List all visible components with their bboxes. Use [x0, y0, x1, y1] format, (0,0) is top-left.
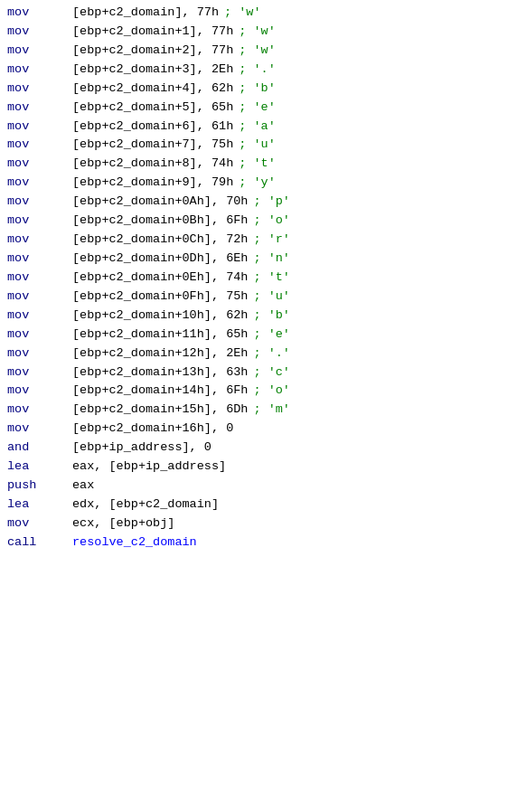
code-line: mov[ebp+c2_domain+12h], 2Eh; '.' — [0, 345, 517, 364]
operands: [ebp+c2_domain], 77h — [72, 4, 219, 23]
mnemonic: mov — [7, 269, 72, 288]
code-line: mov[ebp+c2_domain+11h], 65h; 'e' — [0, 326, 517, 345]
comment: ; 'y' — [239, 174, 276, 193]
comment: ; 'u' — [239, 136, 276, 155]
mnemonic: mov — [7, 364, 72, 382]
comment: ; 'w' — [224, 4, 261, 23]
comment: ; 'm' — [253, 401, 290, 420]
code-container: mov[ebp+c2_domain], 77h; 'w'mov[ebp+c2_d… — [0, 0, 517, 556]
comment: ; 'p' — [253, 193, 290, 212]
code-line: mov[ebp+c2_domain+16h], 0 — [0, 420, 517, 439]
code-line: mov[ebp+c2_domain+14h], 6Fh; 'o' — [0, 382, 517, 401]
mnemonic: mov — [7, 23, 72, 42]
mnemonic: mov — [7, 193, 72, 212]
code-line: mov[ebp+c2_domain+8], 74h; 't' — [0, 155, 517, 174]
comment: ; '.' — [239, 61, 276, 80]
comment: ; 'b' — [253, 307, 290, 326]
code-line: mov[ebp+c2_domain+9], 79h; 'y' — [0, 174, 517, 193]
comment: ; 'e' — [239, 99, 276, 118]
code-line: mov[ebp+c2_domain+0Ch], 72h; 'r' — [0, 231, 517, 250]
comment: ; 'c' — [253, 364, 290, 382]
code-line: mov[ebp+c2_domain+0Bh], 6Fh; 'o' — [0, 212, 517, 231]
code-line: mov[ebp+c2_domain+6], 61h; 'a' — [0, 118, 517, 137]
comment: ; 'e' — [253, 326, 290, 345]
mnemonic: call — [7, 533, 72, 552]
operands: [ebp+c2_domain+10h], 62h — [72, 307, 248, 326]
code-line: mov[ebp+c2_domain], 77h; 'w' — [0, 4, 517, 23]
code-line: mov[ebp+c2_domain+7], 75h; 'u' — [0, 136, 517, 155]
mnemonic: mov — [7, 80, 72, 99]
operands: [ebp+c2_domain+7], 75h — [72, 136, 233, 155]
comment: ; '.' — [253, 345, 290, 364]
mnemonic: mov — [7, 231, 72, 250]
mnemonic: mov — [7, 155, 72, 174]
comment: ; 'u' — [253, 288, 290, 307]
code-line: mov[ebp+c2_domain+10h], 62h; 'b' — [0, 307, 517, 326]
operands: [ebp+c2_domain+11h], 65h — [72, 326, 248, 345]
code-line: mov[ebp+c2_domain+0Ah], 70h; 'p' — [0, 193, 517, 212]
operands: [ebp+c2_domain+9], 79h — [72, 174, 233, 193]
comment: ; 't' — [239, 155, 276, 174]
operands: ecx, [ebp+obj] — [72, 515, 174, 533]
mnemonic: mov — [7, 345, 72, 364]
code-line: mov[ebp+c2_domain+13h], 63h; 'c' — [0, 364, 517, 382]
operands: [ebp+c2_domain+1], 77h — [72, 23, 233, 42]
mnemonic: mov — [7, 99, 72, 118]
mnemonic: mov — [7, 250, 72, 269]
mnemonic: and — [7, 439, 72, 458]
mnemonic: mov — [7, 118, 72, 137]
mnemonic: mov — [7, 288, 72, 307]
operands: [ebp+c2_domain+4], 62h — [72, 80, 233, 99]
comment: ; 'n' — [253, 250, 290, 269]
comment: ; 't' — [253, 269, 290, 288]
code-line: mov[ebp+c2_domain+5], 65h; 'e' — [0, 99, 517, 118]
operands: resolve_c2_domain — [72, 533, 197, 552]
mnemonic: mov — [7, 307, 72, 326]
code-line: mov[ebp+c2_domain+1], 77h; 'w' — [0, 23, 517, 42]
code-line: mov[ebp+c2_domain+2], 77h; 'w' — [0, 42, 517, 61]
operands: [ebp+c2_domain+0Fh], 75h — [72, 288, 248, 307]
operands: [ebp+c2_domain+12h], 2Eh — [72, 345, 248, 364]
operands: [ebp+c2_domain+0Ah], 70h — [72, 193, 248, 212]
comment: ; 'r' — [253, 231, 290, 250]
operands: [ebp+c2_domain+15h], 6Dh — [72, 401, 248, 420]
operands: [ebp+c2_domain+3], 2Eh — [72, 61, 233, 80]
mnemonic: push — [7, 477, 72, 496]
comment: ; 'w' — [239, 23, 276, 42]
operands: [ebp+c2_domain+13h], 63h — [72, 364, 248, 382]
mnemonic: mov — [7, 42, 72, 61]
operands: [ebp+c2_domain+8], 74h — [72, 155, 233, 174]
code-line: leaedx, [ebp+c2_domain] — [0, 496, 517, 515]
operands: [ebp+c2_domain+5], 65h — [72, 99, 233, 118]
code-line: leaeax, [ebp+ip_address] — [0, 458, 517, 477]
comment: ; 'o' — [253, 382, 290, 401]
mnemonic: lea — [7, 458, 72, 477]
mnemonic: mov — [7, 326, 72, 345]
operands: [ebp+c2_domain+14h], 6Fh — [72, 382, 248, 401]
mnemonic: lea — [7, 496, 72, 515]
comment: ; 'a' — [239, 118, 276, 137]
mnemonic: mov — [7, 136, 72, 155]
code-line: callresolve_c2_domain — [0, 533, 517, 552]
code-line: and[ebp+ip_address], 0 — [0, 439, 517, 458]
mnemonic: mov — [7, 420, 72, 439]
mnemonic: mov — [7, 61, 72, 80]
mnemonic: mov — [7, 212, 72, 231]
operands: [ebp+ip_address], 0 — [72, 439, 212, 458]
operands: eax — [72, 477, 94, 496]
mnemonic: mov — [7, 174, 72, 193]
code-line: mov[ebp+c2_domain+0Dh], 6Eh; 'n' — [0, 250, 517, 269]
code-line: mov[ebp+c2_domain+4], 62h; 'b' — [0, 80, 517, 99]
mnemonic: mov — [7, 382, 72, 401]
operands: [ebp+c2_domain+0Dh], 6Eh — [72, 250, 248, 269]
mnemonic: mov — [7, 515, 72, 533]
code-line: mov[ebp+c2_domain+3], 2Eh; '.' — [0, 61, 517, 80]
code-line: mov[ebp+c2_domain+15h], 6Dh; 'm' — [0, 401, 517, 420]
operands: edx, [ebp+c2_domain] — [72, 496, 219, 515]
operands: eax, [ebp+ip_address] — [72, 458, 226, 477]
comment: ; 'o' — [253, 212, 290, 231]
code-line: movecx, [ebp+obj] — [0, 515, 517, 533]
operands: [ebp+c2_domain+2], 77h — [72, 42, 233, 61]
operands: [ebp+c2_domain+0Eh], 74h — [72, 269, 248, 288]
operands: [ebp+c2_domain+0Ch], 72h — [72, 231, 248, 250]
